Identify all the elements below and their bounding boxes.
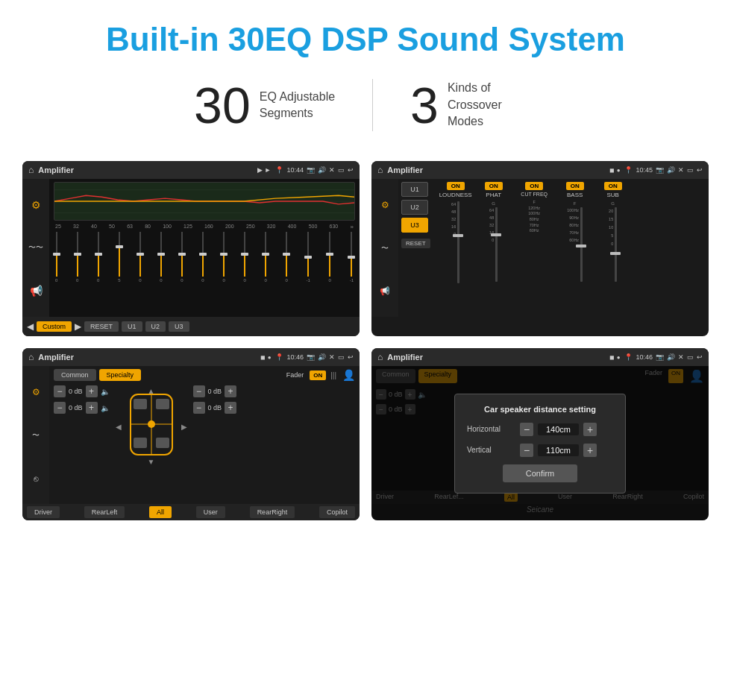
home-icon-1[interactable]: ⌂ bbox=[28, 165, 34, 175]
fader-plus-bl[interactable]: + bbox=[86, 402, 98, 414]
eq-slider-10[interactable]: 0 bbox=[264, 232, 266, 291]
status-icons-3: 📍 10:46 📷 🔊 ✕ ▭ ↩ bbox=[275, 353, 354, 361]
back-icon-3[interactable]: ↩ bbox=[348, 353, 354, 361]
eq-next-btn[interactable]: ▶ bbox=[75, 321, 81, 332]
eq-slider-9[interactable]: 0 bbox=[243, 232, 245, 291]
eq-wave-icon[interactable]: 〜〜 bbox=[28, 242, 43, 253]
dsp-phat-slider[interactable]: 644832160 bbox=[489, 207, 498, 282]
dsp-ch-sub: ON SUB G 20151050 bbox=[595, 182, 631, 314]
eq-u3-btn[interactable]: U3 bbox=[169, 321, 189, 332]
back-icon-1[interactable]: ↩ bbox=[348, 166, 354, 174]
eq-slider-12[interactable]: -1 bbox=[307, 232, 310, 291]
eq-u2-btn[interactable]: U2 bbox=[145, 321, 166, 332]
close-icon-3[interactable]: ✕ bbox=[329, 353, 335, 361]
dsp-tune-icon[interactable]: ⚙ bbox=[381, 200, 389, 210]
dsp-sub-on[interactable]: ON bbox=[604, 182, 622, 190]
fader-plus-tl[interactable]: + bbox=[86, 385, 98, 397]
fader-plus-tr[interactable]: + bbox=[225, 385, 236, 397]
screen-fader: ⌂ Amplifier ◼ ● 📍 10:46 📷 🔊 ✕ ▭ ↩ ⚙ 〜 ⎋ … bbox=[22, 348, 360, 520]
car-arrow-right[interactable]: ▶ bbox=[181, 423, 187, 431]
back-icon-4[interactable]: ↩ bbox=[697, 353, 703, 361]
screen-icon-4: ▭ bbox=[687, 353, 694, 361]
eq-speaker-icon[interactable]: 📢 bbox=[30, 285, 43, 297]
eq-u1-btn[interactable]: U1 bbox=[122, 321, 142, 332]
car-arrow-left[interactable]: ◀ bbox=[116, 423, 122, 431]
eq-slider-7[interactable]: 0 bbox=[201, 232, 204, 291]
dialog-horizontal-plus[interactable]: + bbox=[583, 423, 597, 436]
fader-copilot-btn[interactable]: Copilot bbox=[319, 506, 355, 518]
dsp-u1-btn[interactable]: U1 bbox=[401, 182, 428, 197]
eq-slider-3[interactable]: 5 bbox=[118, 232, 120, 291]
dsp-speaker-icon[interactable]: 📢 bbox=[380, 286, 390, 296]
eq-slider-0[interactable]: 0 bbox=[55, 232, 57, 291]
dsp-phat-on[interactable]: ON bbox=[485, 182, 503, 190]
fader-plus-br[interactable]: + bbox=[225, 402, 236, 414]
eq-slider-13[interactable]: 0 bbox=[329, 232, 331, 291]
fader-minus-br[interactable]: − bbox=[193, 402, 205, 414]
close-icon-2[interactable]: ✕ bbox=[678, 166, 684, 174]
close-icon-4[interactable]: ✕ bbox=[678, 353, 684, 361]
dsp-u3-btn[interactable]: U3 bbox=[401, 218, 428, 233]
eq-slider-6[interactable]: 0 bbox=[181, 232, 183, 291]
fader-rearright-btn[interactable]: RearRight bbox=[250, 506, 295, 518]
dsp-cutfreq-on[interactable]: ON bbox=[525, 182, 543, 190]
eq-slider-14[interactable]: -1 bbox=[350, 232, 354, 291]
fader-minus-bl[interactable]: − bbox=[54, 402, 66, 414]
confirm-button[interactable]: Confirm bbox=[503, 464, 577, 482]
eq-slider-5[interactable]: 0 bbox=[160, 232, 162, 291]
fader-minus-tl[interactable]: − bbox=[54, 385, 66, 397]
eq-sliders: 0 0 0 5 0 bbox=[54, 232, 355, 291]
dsp-loudness-slider[interactable]: 644832160 bbox=[451, 201, 459, 283]
status-icons-1: 📍 10:44 📷 🔊 ✕ ▭ ↩ bbox=[275, 166, 354, 174]
home-icon-3[interactable]: ⌂ bbox=[28, 352, 34, 362]
dsp-wave-icon[interactable]: 〜 bbox=[381, 243, 389, 253]
fader-user-btn[interactable]: User bbox=[196, 506, 225, 518]
fader-driver-btn[interactable]: Driver bbox=[27, 506, 60, 518]
dsp-cutfreq-name: CUT FREQ bbox=[521, 192, 548, 197]
dsp-ch-loudness: ON LOUDNESS 644832160 bbox=[438, 182, 474, 314]
eq-slider-2[interactable]: 0 bbox=[97, 232, 99, 291]
fader-on[interactable]: ON bbox=[310, 371, 326, 380]
home-icon-2[interactable]: ⌂ bbox=[377, 165, 383, 175]
dsp-sub-slider[interactable]: 20151050 bbox=[609, 207, 617, 282]
eq-tune-icon[interactable]: ⚙ bbox=[31, 199, 41, 211]
fader-car-layout: − 0 dB + 🔈 − 0 dB + 🔈 bbox=[54, 385, 355, 467]
eq-slider-1[interactable]: 0 bbox=[76, 232, 78, 291]
fader-tune-icon[interactable]: ⚙ bbox=[32, 387, 40, 397]
eq-slider-8[interactable]: 0 bbox=[222, 232, 225, 291]
eq-main: ⚙ 〜〜 📢 bbox=[22, 179, 360, 317]
fader-tab-specialty[interactable]: Specialty bbox=[99, 369, 142, 381]
eq-prev-btn[interactable]: ◀ bbox=[27, 321, 34, 332]
close-icon-1[interactable]: ✕ bbox=[329, 166, 335, 174]
fader-all-btn[interactable]: All bbox=[149, 506, 172, 518]
dialog-vertical-minus[interactable]: − bbox=[520, 444, 533, 457]
fader-user-icon[interactable]: 👤 bbox=[342, 369, 355, 381]
eq-custom-btn[interactable]: Custom bbox=[37, 321, 72, 332]
eq-reset-btn[interactable]: RESET bbox=[84, 321, 119, 332]
fader-db-row-tl: − 0 dB + 🔈 bbox=[54, 385, 110, 397]
dsp-u2-btn[interactable]: U2 bbox=[401, 200, 428, 215]
rec-icon-4: ◼ ● bbox=[609, 354, 620, 361]
fader-wave-icon[interactable]: 〜 bbox=[32, 430, 40, 441]
eq-slider-11[interactable]: 0 bbox=[286, 232, 288, 291]
fader-tab-common[interactable]: Common bbox=[54, 369, 96, 381]
stat-eq: 30 EQ Adjustable Segments bbox=[157, 80, 372, 130]
dsp-loudness-on[interactable]: ON bbox=[447, 182, 465, 190]
dialog-horizontal-minus[interactable]: − bbox=[520, 423, 533, 436]
dialog-vertical-plus[interactable]: + bbox=[583, 444, 597, 457]
fader-bt-icon[interactable]: ⎋ bbox=[34, 474, 39, 483]
fader-minus-tr[interactable]: − bbox=[193, 385, 205, 397]
eq-slider-4[interactable]: 0 bbox=[139, 232, 141, 291]
stat-crossover-desc: Kinds of Crossover Modes bbox=[448, 80, 537, 130]
fader-rearleft-btn[interactable]: RearLeft bbox=[84, 506, 125, 518]
back-icon-2[interactable]: ↩ bbox=[697, 166, 703, 174]
status-bar-2: ⌂ Amplifier ◼ ● 📍 10:45 📷 🔊 ✕ ▭ ↩ bbox=[371, 161, 709, 179]
play-icon-1[interactable]: ▶ ► bbox=[257, 166, 271, 174]
dialog-title: Car speaker distance setting bbox=[467, 405, 613, 414]
car-arrow-down[interactable]: ▼ bbox=[148, 458, 155, 466]
dsp-bass-on[interactable]: ON bbox=[566, 182, 584, 190]
dsp-reset-btn[interactable]: RESET bbox=[401, 239, 430, 248]
fader-left: − 0 dB + 🔈 − 0 dB + 🔈 bbox=[54, 385, 110, 414]
dsp-bass-slider[interactable]: 100Hz90Hz80Hz70Hz60Hz bbox=[567, 207, 583, 282]
home-icon-4[interactable]: ⌂ bbox=[377, 352, 383, 362]
